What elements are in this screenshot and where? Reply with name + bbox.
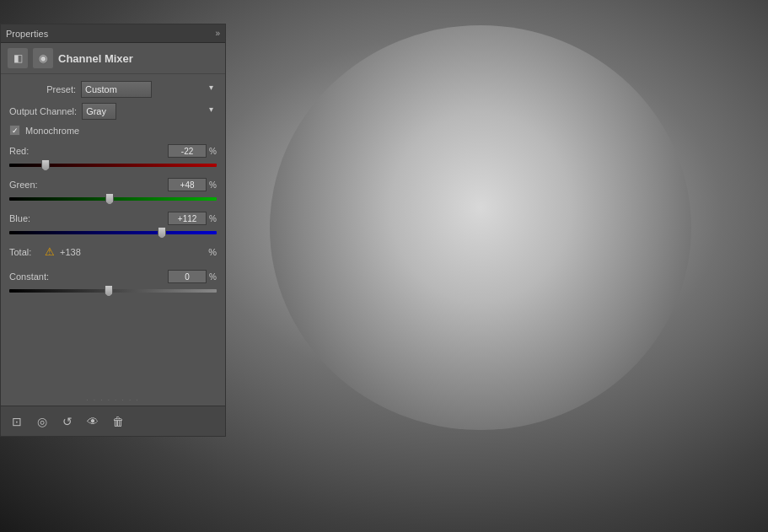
- monochrome-label: Monochrome: [25, 126, 79, 136]
- red-value-wrap: %: [168, 144, 217, 158]
- bottom-toolbar: ⊡ ◎ ↺ 👁 🗑: [1, 406, 225, 436]
- blue-value-wrap: %: [168, 212, 217, 225]
- header-row: ◧ ◉ Channel Mixer: [1, 43, 225, 74]
- reset-icon[interactable]: ↺: [58, 412, 77, 431]
- total-label: Total:: [9, 247, 45, 257]
- blue-slider-row: Blue: %: [9, 212, 217, 239]
- constant-slider-bg: [9, 289, 217, 293]
- layer-icon-glyph: ◧: [13, 52, 23, 64]
- adjustment-icon[interactable]: ◉: [33, 48, 53, 68]
- constant-input[interactable]: [168, 270, 207, 283]
- constant-value-wrap: %: [168, 270, 217, 283]
- green-input[interactable]: [168, 178, 207, 191]
- output-channel-select[interactable]: Gray Red Green Blue: [82, 103, 116, 120]
- output-channel-select-wrap: Gray Red Green Blue: [82, 103, 217, 120]
- warning-icon: ⚠: [45, 245, 55, 258]
- properties-panel: Properties » ◧ ◉ Channel Mixer Preset: C…: [0, 24, 226, 437]
- blue-slider-thumb[interactable]: [158, 227, 166, 239]
- red-input[interactable]: [168, 144, 207, 158]
- preset-select-wrap: Custom Default Black & Whites Infrared: [81, 81, 217, 98]
- red-slider-top: Red: %: [9, 144, 217, 158]
- panel-collapse-button[interactable]: »: [215, 29, 220, 38]
- constant-slider-top: Constant: %: [9, 270, 217, 283]
- adjustment-icon-glyph: ◉: [39, 52, 47, 64]
- red-slider-bg: [9, 164, 217, 167]
- green-slider-track[interactable]: [9, 193, 217, 205]
- blue-input[interactable]: [168, 212, 207, 225]
- checkmark-icon: ✓: [12, 126, 19, 135]
- blue-slider-bg: [9, 231, 217, 234]
- green-pct: %: [209, 180, 217, 190]
- preset-select[interactable]: Custom Default Black & Whites Infrared: [81, 81, 152, 98]
- title-bar-left: Properties: [6, 29, 48, 39]
- red-slider-row: Red: %: [9, 144, 217, 171]
- clip-icon[interactable]: ⊡: [8, 412, 26, 431]
- preset-label: Preset:: [9, 84, 81, 94]
- layer-icon[interactable]: ◧: [8, 48, 28, 68]
- constant-slider-track[interactable]: [9, 285, 217, 297]
- output-channel-row: Output Channel: Gray Red Green Blue: [9, 103, 217, 120]
- constant-slider-thumb[interactable]: [105, 285, 113, 297]
- cat-face-overlay: [270, 25, 691, 430]
- total-row: Total: ⚠ +138 %: [9, 245, 217, 258]
- preset-row: Preset: Custom Default Black & Whites In…: [9, 81, 217, 98]
- blue-pct: %: [209, 214, 217, 223]
- green-slider-top: Green: %: [9, 178, 217, 191]
- monochrome-row[interactable]: ✓ Monochrome: [9, 125, 217, 136]
- monochrome-checkbox[interactable]: ✓: [9, 125, 20, 136]
- visibility-eye-icon[interactable]: ◎: [33, 412, 51, 431]
- blue-slider-top: Blue: %: [9, 212, 217, 225]
- title-text: Properties: [6, 29, 48, 39]
- red-pct: %: [209, 147, 217, 156]
- panel-content: Preset: Custom Default Black & Whites In…: [1, 74, 225, 395]
- blue-slider-track[interactable]: [9, 227, 217, 239]
- green-slider-row: Green: %: [9, 178, 217, 205]
- panel-title: Channel Mixer: [58, 52, 133, 65]
- red-slider-track[interactable]: [9, 159, 217, 171]
- constant-pct: %: [209, 272, 217, 282]
- green-value-wrap: %: [168, 178, 217, 191]
- output-channel-label: Output Channel:: [9, 106, 82, 116]
- red-slider-thumb[interactable]: [41, 159, 50, 171]
- total-pct: %: [208, 247, 217, 257]
- blue-label: Blue:: [9, 213, 45, 223]
- divider-dots: · · · · · · · ·: [1, 395, 225, 406]
- constant-label: Constant:: [9, 271, 60, 282]
- green-slider-thumb[interactable]: [105, 193, 114, 205]
- red-label: Red:: [9, 146, 45, 156]
- green-label: Green:: [9, 180, 45, 190]
- delete-icon[interactable]: 🗑: [109, 412, 127, 431]
- eye-icon[interactable]: 👁: [83, 412, 102, 431]
- constant-slider-row: Constant: %: [9, 270, 217, 297]
- total-value: +138: [60, 247, 81, 257]
- title-bar: Properties »: [1, 24, 225, 43]
